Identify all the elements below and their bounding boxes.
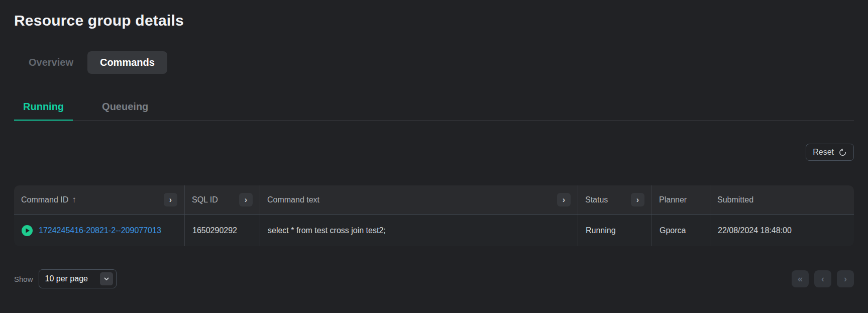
reset-button-label: Reset	[813, 148, 834, 157]
main-tabs: Overview Commands	[29, 51, 854, 74]
cell-status: Running	[578, 215, 652, 246]
column-header-submitted[interactable]: Submitted	[710, 185, 854, 214]
expand-column-icon[interactable]: ›	[631, 193, 644, 206]
commands-table: Command ID ↑ › SQL ID › Command text › S…	[14, 185, 854, 246]
cell-planner: Gporca	[652, 215, 710, 246]
reset-button[interactable]: Reset	[806, 144, 854, 161]
cell-submitted: 22/08/2024 18:48:00	[710, 215, 854, 246]
table-footer: Show 10 per page « ‹ ›	[14, 269, 854, 288]
column-label: SQL ID	[192, 195, 218, 204]
refresh-icon	[838, 148, 847, 157]
command-id-link[interactable]: 1724245416-20821-2--209077013	[39, 226, 161, 235]
column-label: Command ID	[21, 195, 68, 204]
page-size-value: 10 per page	[45, 274, 88, 283]
resource-group-details-page: Resource group details Overview Commands…	[0, 0, 868, 313]
play-icon	[22, 225, 33, 236]
column-label: Planner	[659, 195, 687, 204]
column-header-command-id[interactable]: Command ID ↑ ›	[14, 185, 184, 214]
expand-column-icon[interactable]: ›	[164, 193, 177, 206]
column-header-status[interactable]: Status ›	[578, 185, 652, 214]
column-header-sql-id[interactable]: SQL ID ›	[184, 185, 260, 214]
cell-sql-id: 1650290292	[184, 215, 260, 246]
chevron-down-icon	[100, 272, 113, 285]
sort-ascending-icon[interactable]: ↑	[72, 195, 76, 205]
column-label: Status	[585, 195, 608, 204]
command-state-tabs: Running Queueing	[14, 101, 854, 121]
subtab-running[interactable]: Running	[14, 101, 73, 121]
next-page-button[interactable]: ›	[837, 270, 854, 287]
prev-page-button[interactable]: ‹	[814, 270, 831, 287]
tab-overview[interactable]: Overview	[29, 51, 73, 74]
column-label: Command text	[267, 195, 319, 204]
expand-column-icon[interactable]: ›	[239, 193, 253, 206]
column-header-command-text[interactable]: Command text ›	[260, 185, 578, 214]
pagination: « ‹ ›	[792, 270, 854, 287]
column-header-planner[interactable]: Planner	[652, 185, 710, 214]
first-page-button[interactable]: «	[792, 270, 809, 287]
expand-column-icon[interactable]: ›	[557, 193, 571, 206]
table-toolbar: Reset	[14, 144, 854, 161]
tab-commands[interactable]: Commands	[87, 51, 167, 74]
show-label: Show	[14, 275, 33, 283]
page-size-select[interactable]: 10 per page	[39, 269, 117, 288]
page-title: Resource group details	[14, 12, 854, 29]
subtab-queueing[interactable]: Queueing	[93, 101, 157, 121]
table-header-row: Command ID ↑ › SQL ID › Command text › S…	[14, 185, 854, 214]
column-label: Submitted	[717, 195, 753, 204]
table-row: 1724245416-20821-2--209077013 1650290292…	[14, 214, 854, 246]
cell-command-text: select * from test cross join test2;	[260, 215, 578, 246]
cell-command-id: 1724245416-20821-2--209077013	[14, 215, 184, 246]
